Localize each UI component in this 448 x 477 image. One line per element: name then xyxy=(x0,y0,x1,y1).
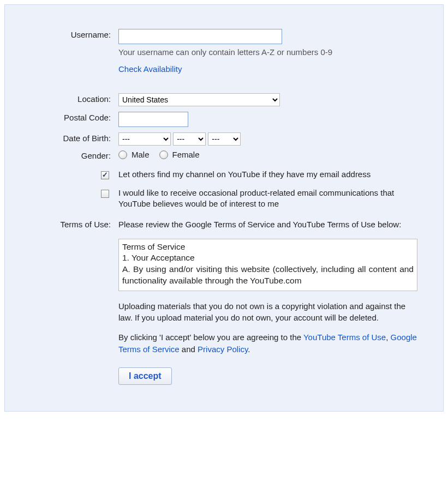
agreement-text: By clicking 'I accept' below you are agr… xyxy=(118,331,417,355)
privacy-policy-link[interactable]: Privacy Policy xyxy=(198,345,248,354)
terms-label: Terms of Use: xyxy=(14,218,118,229)
product-emails-label: I would like to receive occasional produ… xyxy=(118,186,428,210)
dob-day-select[interactable]: --- xyxy=(173,132,206,146)
gender-male-radio[interactable] xyxy=(118,150,127,159)
gender-female-label: Female xyxy=(172,150,200,159)
username-label: Username: xyxy=(14,28,118,39)
terms-textarea[interactable] xyxy=(118,239,417,291)
dob-month-select[interactable]: --- xyxy=(118,132,171,146)
agree-prefix: By clicking 'I accept' below you are agr… xyxy=(118,333,303,342)
username-input[interactable] xyxy=(118,29,282,44)
youtube-tos-link[interactable]: YouTube Terms of Use xyxy=(303,333,386,342)
gender-label: Gender: xyxy=(14,149,118,160)
dob-label: Date of Birth: xyxy=(14,131,118,143)
upload-warning: Uploading materials that you do not own … xyxy=(118,300,417,324)
check-availability-link[interactable]: Check Availability xyxy=(118,64,182,74)
accept-button[interactable]: I accept xyxy=(118,367,172,385)
location-label: Location: xyxy=(14,92,118,104)
find-channel-checkbox[interactable] xyxy=(101,171,109,179)
terms-intro: Please review the Google Terms of Servic… xyxy=(118,219,428,230)
location-select[interactable]: United States xyxy=(118,93,280,106)
postal-input[interactable] xyxy=(118,112,188,127)
gender-female-radio[interactable] xyxy=(159,150,168,159)
signup-panel: Username: Your username can only contain… xyxy=(4,4,444,412)
dob-year-select[interactable]: --- xyxy=(208,132,241,146)
product-emails-checkbox[interactable] xyxy=(101,190,109,198)
username-hint: Your username can only contain letters A… xyxy=(118,47,428,57)
postal-label: Postal Code: xyxy=(14,111,118,122)
find-channel-label: Let others find my channel on YouTube if… xyxy=(118,168,428,180)
gender-male-label: Male xyxy=(132,150,150,159)
